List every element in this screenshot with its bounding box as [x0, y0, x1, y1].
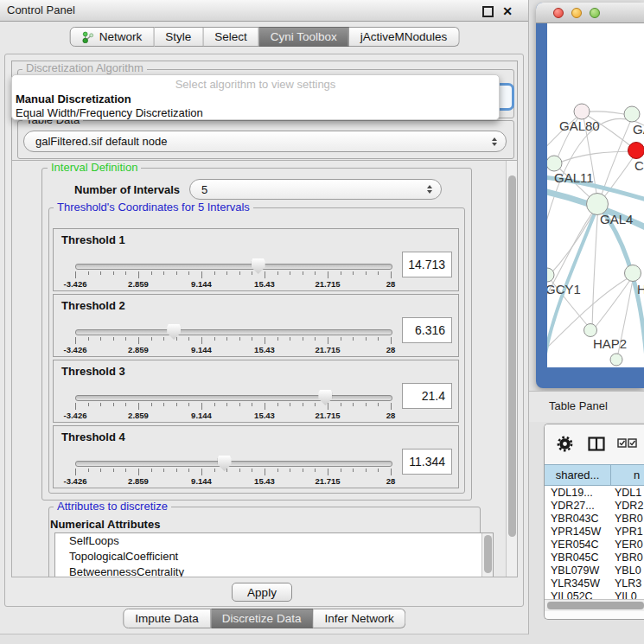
threshold-value-field[interactable]: 21.4	[402, 383, 452, 409]
table-row[interactable]: YBR043CYBR0	[545, 513, 644, 526]
dropdown-item-manual-discretization[interactable]: Manual Discretization	[16, 92, 131, 105]
cell-shared-name[interactable]: YLR345W	[545, 577, 611, 590]
tick-mark	[265, 469, 265, 475]
combo-spinner-icon	[427, 185, 432, 194]
table-row[interactable]: YIL052CYIL0	[545, 590, 644, 599]
threshold-value-field[interactable]: 6.316	[402, 317, 452, 343]
tick-label: 21.715	[315, 279, 340, 289]
threshold-slider[interactable]	[75, 329, 392, 335]
select-columns-icon[interactable]	[617, 438, 638, 448]
gear-icon[interactable]	[557, 436, 573, 452]
tab-impute-data[interactable]: Impute Data	[123, 609, 211, 628]
tick-mark	[328, 271, 328, 278]
tick-mark	[341, 337, 341, 341]
tab-infer-network[interactable]: Infer Network	[313, 609, 405, 628]
tab-network[interactable]: Network	[70, 27, 155, 47]
tab-label: Discretize Data	[222, 609, 302, 628]
attributes-group-label: Attributes to discretize	[54, 501, 171, 513]
tick-mark	[290, 271, 290, 275]
cell-name[interactable]: YBR0	[611, 552, 643, 564]
list-item[interactable]: TopologicalCoefficient	[55, 549, 493, 564]
cell-shared-name[interactable]: YBL079W	[545, 564, 611, 577]
tick-label: -3.426	[64, 411, 87, 420]
tick-mark	[277, 403, 278, 406]
cell-name[interactable]: YBL0	[611, 564, 641, 577]
table-row[interactable]: YBR045CYBR0	[545, 552, 644, 564]
minimize-traffic-light-icon[interactable]	[571, 8, 582, 18]
network-view-window: GAL80 GA C GAL11 GAL4 GCY1 H HAP2	[536, 3, 644, 388]
tick-mark	[315, 337, 316, 341]
cell-shared-name[interactable]: YBR043C	[545, 513, 611, 526]
split-columns-icon[interactable]	[588, 437, 605, 451]
slider-ticks	[75, 403, 391, 411]
threshold-slider[interactable]	[75, 395, 392, 401]
threshold-value-field[interactable]: 11.344	[402, 449, 452, 475]
threshold-label: Threshold 3	[61, 365, 125, 378]
threshold-value-field[interactable]: 14.713	[402, 252, 452, 277]
network-window-titlebar	[536, 3, 644, 23]
dropdown-hint-item[interactable]: Select algorithm to view settings	[12, 78, 499, 91]
table-row[interactable]: YPR145WYPR1	[545, 526, 644, 539]
cell-shared-name[interactable]: YIL052C	[545, 590, 611, 599]
column-header-name[interactable]: n	[611, 465, 644, 485]
cell-shared-name[interactable]: YPR145W	[545, 526, 611, 539]
tick-label: 2.859	[128, 279, 149, 289]
tab-jactivemnodules[interactable]: jActiveMNodules	[349, 27, 460, 47]
table-row[interactable]: YDR27...YDR2	[545, 500, 644, 513]
panel-scrollbar-thumb[interactable]	[508, 175, 516, 537]
cell-shared-name[interactable]: YBR045C	[545, 552, 611, 564]
table-row[interactable]: YLR345WYLR3	[545, 577, 644, 590]
tab-cyni-toolbox[interactable]: Cyni Toolbox	[259, 27, 349, 47]
nodes[interactable]	[547, 104, 644, 366]
table-panel-window: shared... n YDL19...YDL1YDR27...YDR2YBR0…	[544, 424, 644, 620]
tick-mark	[378, 403, 379, 406]
threshold-slider[interactable]	[75, 461, 392, 467]
cell-name[interactable]: YDR2	[611, 500, 643, 513]
cell-name[interactable]: YLR3	[611, 577, 641, 590]
tick-mark	[341, 403, 341, 406]
cell-shared-name[interactable]: YDR27...	[545, 500, 611, 513]
tab-style[interactable]: Style	[154, 27, 203, 47]
cell-name[interactable]: YPR1	[611, 526, 643, 539]
tab-discretize-data[interactable]: Discretize Data	[211, 609, 314, 628]
cell-shared-name[interactable]: YDL19...	[545, 487, 611, 500]
tick-mark	[378, 271, 379, 275]
cell-name[interactable]: YDL1	[611, 487, 641, 500]
threshold-label: Threshold 2	[61, 299, 125, 312]
float-window-icon[interactable]	[482, 6, 494, 17]
table-rows[interactable]: YDL19...YDL1YDR27...YDR2YBR043CYBR0YPR14…	[545, 487, 644, 599]
dropdown-item-equal-width-frequency[interactable]: Equal Width/Frequency Discretization	[16, 106, 203, 119]
table-hscrollbar-thumb[interactable]	[547, 602, 644, 609]
network-canvas[interactable]: GAL80 GA C GAL11 GAL4 GCY1 H HAP2	[547, 23, 644, 367]
tab-select[interactable]: Select	[203, 27, 259, 47]
cell-name[interactable]: YBR0	[611, 513, 643, 526]
threshold-slider[interactable]	[75, 264, 392, 270]
panel-scrollbar[interactable]	[506, 161, 517, 577]
tick-mark	[391, 403, 392, 410]
list-item[interactable]: SelfLoops	[55, 533, 493, 549]
cell-shared-name[interactable]: YER054C	[545, 539, 611, 552]
table-row[interactable]: YDL19...YDL1	[545, 487, 644, 500]
table-horizontal-scrollbar[interactable]	[545, 599, 644, 611]
list-scrollbar-thumb[interactable]	[484, 535, 492, 573]
zoom-traffic-light-icon[interactable]	[590, 8, 600, 18]
numerical-attributes-list[interactable]: SelfLoopsTopologicalCoefficientBetweenne…	[54, 532, 494, 577]
bottom-tab-bar: Impute Data Discretize Data Infer Networ…	[123, 609, 405, 628]
cell-name[interactable]: YIL0	[611, 590, 637, 599]
list-scrollbar[interactable]	[481, 533, 493, 577]
table-data-combo[interactable]: galFiltered.sif default node	[23, 131, 507, 152]
table-row[interactable]: YER054CYER0	[545, 539, 644, 552]
close-icon[interactable]: ✕	[502, 3, 513, 20]
list-item[interactable]: BetweennessCentrality	[55, 564, 493, 577]
number-of-intervals-combo[interactable]: 5	[189, 179, 442, 200]
close-traffic-light-icon[interactable]	[553, 8, 564, 18]
tick-mark	[100, 271, 101, 275]
tick-mark	[75, 337, 76, 344]
column-header-shared-name[interactable]: shared...	[545, 465, 611, 485]
apply-button[interactable]: Apply	[232, 583, 292, 602]
table-row[interactable]: YBL079WYBL0	[545, 564, 644, 577]
control-panel-window: Control Panel ✕ Network Style Select Cyn…	[0, 0, 529, 634]
threshold-panel: Threshold 1 -3.4262.8599.14415.4321.7152…	[53, 228, 459, 291]
cell-name[interactable]: YER0	[611, 539, 643, 552]
tick-mark	[188, 469, 189, 472]
